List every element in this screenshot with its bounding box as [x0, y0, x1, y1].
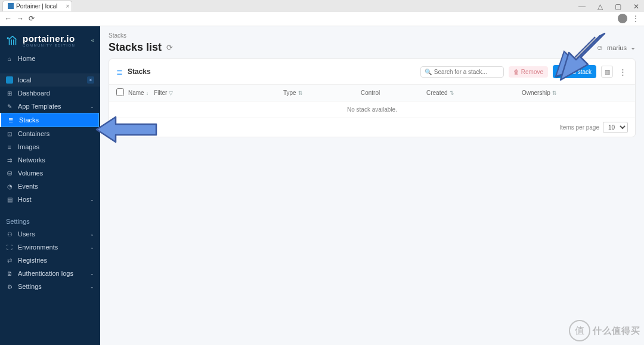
tab-favicon-icon — [8, 3, 14, 9]
sort-icon[interactable]: ⇅ — [552, 90, 557, 96]
refresh-icon[interactable]: ⟳ — [166, 43, 173, 52]
browser-tab-bar: Portainer | local × — △ ▢ ✕ — [0, 0, 644, 12]
sidebar-item-environments[interactable]: ⛶Environments⌄ — [0, 241, 100, 254]
sidebar-item-settings[interactable]: ⚙Settings⌄ — [0, 280, 100, 293]
stacks-icon: ≣ — [116, 67, 123, 76]
plus-icon: ＋ — [558, 67, 564, 76]
items-per-page-select[interactable]: 10 — [603, 122, 628, 133]
registries-icon: ⇄ — [6, 257, 13, 264]
sidebar-item-label: Home — [18, 55, 35, 62]
nav-reload-icon[interactable]: ⟳ — [29, 14, 35, 23]
panel-kebab-icon[interactable]: ⋮ — [618, 67, 628, 76]
panel-footer: Items per page 10 — [109, 118, 635, 137]
panel-header: ≣ Stacks 🔍 🗑 Remove ＋ Add stack ▥ ⋮ — [109, 59, 635, 85]
window-maximize-button[interactable]: △ — [594, 1, 606, 12]
nav-back-icon[interactable]: ← — [5, 14, 12, 23]
window-close-button[interactable]: ✕ — [630, 1, 643, 12]
settings-icon: ⚙ — [6, 284, 13, 290]
users-icon: ⚇ — [6, 231, 13, 238]
panel-title: Stacks — [128, 67, 151, 76]
col-name[interactable]: Name — [128, 90, 144, 96]
logo-edition: COMMUNITY EDITION — [23, 44, 75, 47]
sidebar-item-containers[interactable]: ⊡Containers — [0, 127, 100, 140]
chevron-down-icon: ⌄ — [90, 232, 94, 237]
window-minimize-button[interactable]: — — [575, 1, 589, 12]
sidebar-item-images[interactable]: ≡Images — [0, 140, 100, 153]
sidebar: portainer.io COMMUNITY EDITION « ⌂ Home … — [0, 26, 100, 345]
user-menu[interactable]: ☺ marius ⌄ — [596, 44, 636, 52]
sidebar-item-label: Events — [18, 183, 38, 190]
sidebar-item-dashboard[interactable]: ⊞Dashboard — [0, 87, 100, 100]
events-icon: ◔ — [6, 183, 13, 190]
nav-forward-icon[interactable]: → — [17, 14, 24, 23]
sidebar-item-home[interactable]: ⌂ Home — [0, 52, 100, 65]
sidebar-item-app-templates[interactable]: ✎App Templates⌄ — [0, 100, 100, 113]
col-control[interactable]: Control — [361, 90, 380, 96]
columns-settings-icon[interactable]: ▥ — [601, 66, 613, 78]
logo-name: portainer.io — [23, 33, 75, 44]
chevron-down-icon: ⌄ — [90, 284, 94, 289]
sidebar-item-networks[interactable]: ⇉Networks — [0, 153, 100, 167]
sidebar-item-label: Volumes — [18, 170, 43, 177]
remove-label: Remove — [521, 69, 543, 75]
sidebar-item-label: Networks — [18, 156, 45, 164]
sidebar-item-registries[interactable]: ⇄Registries — [0, 254, 100, 267]
browser-tab[interactable]: Portainer | local × — [2, 1, 72, 11]
user-name: marius — [607, 44, 627, 51]
sidebar-item-stacks[interactable]: ≣Stacks — [0, 113, 99, 127]
sidebar-item-label: Images — [18, 143, 39, 150]
col-type[interactable]: Type — [283, 90, 296, 96]
sort-icon[interactable]: ⇅ — [450, 90, 454, 96]
window-buttons: — △ ▢ ✕ — [575, 1, 643, 12]
select-all-checkbox[interactable] — [116, 88, 124, 96]
host-icon: ▤ — [6, 196, 13, 203]
chevron-down-icon: ⌄ — [630, 44, 636, 51]
sidebar-item-volumes[interactable]: ⛁Volumes — [0, 167, 100, 180]
chevron-down-icon: ⌄ — [90, 271, 94, 276]
window-restore-button[interactable]: ▢ — [611, 1, 625, 12]
add-label: Add stack — [565, 69, 592, 75]
authlogs-icon: 🗎 — [6, 270, 13, 277]
sort-icon[interactable]: ⇅ — [298, 90, 303, 96]
col-ownership[interactable]: Ownership — [522, 90, 550, 96]
browser-chrome: Portainer | local × — △ ▢ ✕ ← → ⟳ ⋮ — [0, 0, 644, 26]
sidebar-item-events[interactable]: ◔Events — [0, 180, 100, 193]
networks-icon: ⇉ — [6, 157, 13, 164]
filter-icon[interactable]: ▽ — [169, 90, 173, 96]
browser-menu-icon[interactable]: ⋮ — [632, 14, 639, 23]
templates-icon: ✎ — [6, 103, 13, 110]
tab-close-icon[interactable]: × — [66, 3, 69, 10]
browser-profile-avatar[interactable] — [618, 14, 627, 23]
sidebar-collapse-icon[interactable]: « — [91, 37, 94, 44]
trash-icon: 🗑 — [513, 69, 519, 75]
svg-rect-0 — [7, 37, 9, 39]
search-icon: 🔍 — [425, 69, 432, 75]
chevron-down-icon: ⌄ — [90, 245, 94, 250]
sidebar-environment-local[interactable]: local × — [0, 73, 100, 87]
sidebar-item-label: Settings — [18, 283, 42, 290]
home-icon: ⌂ — [6, 56, 13, 62]
col-filter-label[interactable]: Filter — [154, 90, 167, 96]
sidebar-item-users[interactable]: ⚇Users⌄ — [0, 227, 100, 241]
search-input[interactable] — [434, 69, 510, 75]
sidebar-item-host[interactable]: ▤Host⌄ — [0, 193, 100, 206]
chevron-down-icon: ⌄ — [90, 197, 94, 202]
sidebar-item-label: Registries — [18, 257, 47, 264]
chevron-down-icon: ⌄ — [90, 104, 94, 109]
col-created[interactable]: Created — [426, 90, 448, 96]
sidebar-item-label: Containers — [18, 130, 49, 137]
portainer-logo-icon — [6, 34, 19, 47]
sort-desc-icon[interactable]: ↓ — [146, 90, 149, 96]
environment-close-icon[interactable]: × — [87, 76, 94, 84]
sidebar-item-authentication-logs[interactable]: 🗎Authentication logs⌄ — [0, 267, 100, 280]
empty-state: No stack available. — [109, 101, 635, 118]
watermark: 值 什么值得买 — [569, 320, 640, 341]
containers-icon: ⊡ — [6, 131, 13, 137]
items-per-page-label: Items per page — [559, 124, 599, 131]
sidebar-item-label: App Templates — [18, 103, 61, 110]
remove-button[interactable]: 🗑 Remove — [509, 66, 548, 78]
search-input-wrapper[interactable]: 🔍 — [420, 66, 504, 78]
watermark-badge: 值 — [569, 320, 590, 341]
add-stack-button[interactable]: ＋ Add stack — [553, 65, 596, 78]
tab-title: Portainer | local — [16, 3, 57, 10]
